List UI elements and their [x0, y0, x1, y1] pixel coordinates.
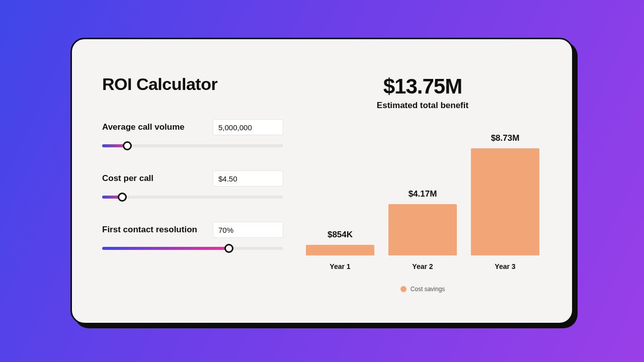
control-label: Average call volume — [102, 122, 185, 132]
bar-year-3: $8.73M Year 3 — [471, 133, 539, 270]
legend-label: Cost savings — [411, 286, 445, 293]
fcr-input[interactable]: 70% — [213, 222, 283, 238]
cost-per-call-input[interactable]: $4.50 — [213, 170, 283, 187]
results-panel: $13.75M Estimated total benefit $854K Ye… — [303, 74, 542, 303]
bar-year-1: $854K Year 1 — [306, 230, 374, 270]
benefit-bar-chart: $854K Year 1 $4.17M Year 2 $8.73M Year 3 — [306, 125, 539, 270]
inputs-panel: ROI Calculator Average call volume 5,000… — [102, 74, 303, 303]
bar-value-label: $8.73M — [491, 133, 520, 143]
page-title: ROI Calculator — [102, 74, 303, 94]
cost-per-call-slider[interactable] — [102, 194, 283, 201]
call-volume-input[interactable]: 5,000,000 — [213, 119, 283, 135]
legend-swatch-icon — [400, 286, 407, 292]
control-label: Cost per call — [102, 173, 153, 184]
bar-category-label: Year 3 — [495, 262, 515, 270]
bar-category-label: Year 2 — [412, 262, 433, 270]
slider-thumb-icon[interactable] — [123, 141, 132, 150]
total-benefit-value: $13.75M — [383, 74, 462, 99]
bar-value-label: $4.17M — [409, 189, 437, 199]
page-background: ROI Calculator Average call volume 5,000… — [0, 0, 644, 362]
slider-thumb-icon[interactable] — [224, 244, 233, 253]
control-cost-per-call: Cost per call $4.50 — [102, 170, 283, 201]
slider-thumb-icon[interactable] — [118, 193, 127, 202]
fcr-slider[interactable] — [102, 245, 283, 252]
call-volume-slider[interactable] — [102, 142, 283, 149]
bar-year-2: $4.17M Year 2 — [388, 189, 457, 270]
control-call-volume: Average call volume 5,000,000 — [102, 119, 283, 149]
total-benefit-label: Estimated total benefit — [377, 101, 468, 111]
bar-category-label: Year 1 — [330, 262, 350, 270]
control-fcr: First contact resolution 70% — [102, 222, 283, 252]
bar-value-label: $854K — [328, 230, 353, 240]
control-label: First contact resolution — [102, 225, 197, 235]
roi-card: ROI Calculator Average call volume 5,000… — [70, 38, 574, 324]
chart-legend: Cost savings — [400, 286, 445, 293]
